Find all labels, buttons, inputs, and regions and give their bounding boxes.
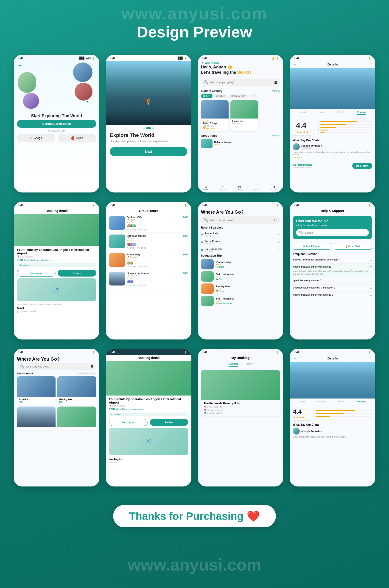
tab-details[interactable]: Details bbox=[299, 111, 306, 115]
heart-icon-12[interactable]: ♡ bbox=[369, 356, 372, 360]
book-again-button[interactable]: Book again bbox=[17, 270, 56, 277]
nav-wishlist[interactable]: ♡Wishlist bbox=[253, 185, 260, 191]
booking-card-11[interactable]: The Peninsula Beverly Hills 📅 7 Aug - 2:… bbox=[201, 370, 280, 416]
back-button-5[interactable]: ← bbox=[17, 209, 21, 213]
result-card-3[interactable] bbox=[17, 406, 56, 430]
sugg-pendry[interactable]: Pendry Wes ★ 4.8 💆 Relax bbox=[201, 283, 280, 294]
sugg-rialto[interactable]: Rialto Bridge ★ 4.8 🏖 Beach bbox=[201, 259, 280, 269]
tab-booked[interactable]: Booked bbox=[228, 363, 238, 367]
back-button-12[interactable]: ← bbox=[293, 356, 296, 360]
close-icon-rome[interactable]: ✕ bbox=[277, 233, 280, 236]
bar-row-1: 1 bbox=[318, 132, 372, 134]
search-bar-3[interactable]: 🔍 ⊞ bbox=[201, 78, 280, 86]
sugg-img-rialto bbox=[201, 259, 214, 269]
list-item[interactable]: Jedican Villa 📍 Japan ★ 4.8 Fri 10 July … bbox=[109, 214, 188, 233]
search-bar-9[interactable]: 🔍 ⊞ bbox=[17, 363, 96, 370]
map-10[interactable]: 🗺️ bbox=[109, 428, 188, 455]
review-button[interactable]: Review bbox=[58, 270, 96, 277]
search-input-9[interactable] bbox=[26, 365, 89, 368]
tag-nature[interactable]: Nature bbox=[201, 94, 213, 98]
tour-img-4 bbox=[109, 272, 125, 286]
thanks-text: Thanks for Purchasing bbox=[129, 510, 244, 522]
faq-item-3[interactable]: I paid the wrong amount ? ⌄ bbox=[290, 277, 375, 285]
hero-image-2: 🧗 bbox=[106, 61, 192, 125]
faq-item-2[interactable]: How to book an experience activity ⌃ Yes… bbox=[290, 264, 375, 277]
close-icon-paris[interactable]: ✕ bbox=[277, 240, 280, 244]
see-reviews-link[interactable]: See all reviews > bbox=[36, 259, 52, 261]
recent-item-rome[interactable]: Rome, Italy Any week ✕ bbox=[198, 231, 283, 238]
apple-login-button[interactable]: 🍎 Apple bbox=[58, 134, 96, 142]
category-tags: Nature Beaches Historical Sites T... bbox=[198, 94, 283, 100]
back-button-4[interactable]: ← bbox=[293, 62, 296, 66]
phone-frame-2: 9:41 ▋▋▋ 🔋 🧗 Explore The World Discove bbox=[106, 55, 192, 192]
hero-overlay bbox=[106, 111, 192, 125]
phone-frame-8: 9:41 🔋 ← Help & Support How can we help?… bbox=[290, 202, 375, 339]
nav-explore[interactable]: 🔍Explore bbox=[219, 185, 226, 191]
result-card-2[interactable]: Pendry Wes $20 bbox=[57, 376, 96, 405]
list-item[interactable]: Rome ,Italy 📍 England ★ 4.6 Fri 10 July … bbox=[109, 251, 188, 270]
tag-historical[interactable]: Historical Sites bbox=[228, 94, 248, 98]
back-button-6[interactable]: ← bbox=[109, 209, 113, 213]
continue-email-button[interactable]: Continue with Email bbox=[17, 120, 96, 128]
review-10[interactable]: Review bbox=[150, 419, 188, 426]
tab-reviews-12[interactable]: Reviews bbox=[357, 400, 366, 404]
card-img-rialto bbox=[201, 100, 228, 118]
faq-item-4[interactable]: Unsuccessful credit card transaction ? ⌄ bbox=[290, 285, 375, 292]
nav-home[interactable]: 🏠Home bbox=[203, 185, 208, 191]
list-item[interactable]: Balinese temple 📍 Spain ★ 4.5 Fri 10 Jul… bbox=[109, 233, 188, 251]
close-icon-bali[interactable]: ✕ bbox=[277, 248, 280, 252]
tab-detail-12[interactable]: Detail bbox=[299, 400, 305, 404]
help-search-bar[interactable]: 🔍 ✕ bbox=[296, 229, 369, 236]
tag-beaches[interactable]: Beaches bbox=[214, 94, 227, 98]
filter-icon-7[interactable]: ⊞ bbox=[274, 218, 277, 222]
tab-facilities[interactable]: Facilities bbox=[317, 111, 326, 115]
list-item[interactable]: Houses parliament 📍 Indonesia ★ 4.5 Fri … bbox=[109, 270, 188, 289]
google-login-button[interactable]: G Google bbox=[17, 134, 55, 142]
card-lunan[interactable]: Lunan Be... Bali, Indo... bbox=[230, 100, 258, 131]
filter-icon-3[interactable]: ⊞ bbox=[274, 80, 277, 84]
sugg-bali2[interactable]: Bali, Indonesia ★ 4.8 🍜 Food & Drinks bbox=[201, 295, 280, 306]
search-bar-7[interactable]: 🔍 ⊞ bbox=[201, 216, 280, 224]
back-button-11[interactable]: ← bbox=[201, 356, 205, 360]
next-button[interactable]: Next bbox=[110, 147, 187, 156]
search-icon-9: 🔍 bbox=[20, 364, 24, 369]
email-support-button[interactable]: ✉ Email Support bbox=[293, 243, 331, 250]
back-button-10[interactable]: ← bbox=[109, 356, 113, 360]
tab-photos[interactable]: Photos bbox=[338, 111, 345, 115]
card-rialto[interactable]: ★ 4.8 Rialto Bridge Venice, Italy $25/pe… bbox=[201, 100, 228, 131]
screen-start-exploring: 9:41 ▋▋▋ WiFi 🔋 ✦ bbox=[14, 55, 99, 192]
tab-reviews[interactable]: Reviews bbox=[357, 111, 366, 115]
filter-icon-9[interactable]: ⊞ bbox=[90, 364, 94, 369]
search-input-3[interactable] bbox=[210, 81, 273, 84]
nav-account[interactable]: 👤Account bbox=[271, 185, 278, 191]
recent-item-bali[interactable]: Bali, Indonesia Any week ✕ bbox=[198, 246, 283, 254]
faq-item-5[interactable]: How to book an experience activity ? ⌄ bbox=[290, 292, 375, 299]
back-button-8[interactable]: ← bbox=[293, 209, 296, 213]
sugg-bali1[interactable]: Bali, Indonesia ★ 4.8 🏊 Pool bbox=[201, 271, 280, 282]
see-reviews-10[interactable]: See all reviews > bbox=[128, 408, 144, 411]
search-input-7[interactable] bbox=[210, 219, 273, 221]
view-all-tours[interactable]: View all bbox=[272, 134, 280, 137]
close-search-icon[interactable]: ✕ bbox=[363, 230, 366, 235]
battery-2: 🔋 bbox=[184, 57, 187, 60]
faq-item-1[interactable]: How do I search for properties on the ap… bbox=[290, 257, 375, 264]
thanks-pill: Thanks for Purchasing ❤️ bbox=[113, 505, 276, 527]
tab-facilities-12[interactable]: Facilities bbox=[317, 400, 326, 404]
tab-history[interactable]: History bbox=[245, 363, 253, 367]
book-now-button[interactable]: Book Now bbox=[352, 163, 372, 169]
tag-more[interactable]: T... bbox=[250, 94, 258, 98]
time-12: 9:41 bbox=[294, 351, 299, 354]
help-search-input[interactable] bbox=[305, 231, 362, 234]
pagination-dots bbox=[106, 125, 192, 130]
result-body-3 bbox=[17, 427, 56, 430]
result-card-1[interactable]: Acquilino $80 bbox=[17, 376, 56, 405]
book-again-10[interactable]: Book again bbox=[109, 419, 148, 426]
live-chat-button[interactable]: 💬 Live Chat bbox=[334, 243, 372, 250]
view-all-explore[interactable]: View all bbox=[272, 90, 280, 92]
result-card-4[interactable] bbox=[57, 406, 96, 430]
heart-icon-4[interactable]: ♡ bbox=[369, 62, 372, 66]
recent-item-paris[interactable]: Paris, France Any week ✕ bbox=[198, 238, 283, 246]
hotel-map[interactable]: 🗺️ bbox=[17, 278, 96, 301]
nav-saving[interactable]: 💾Saving bbox=[236, 185, 243, 191]
tab-photos-12[interactable]: Photos bbox=[338, 400, 345, 404]
